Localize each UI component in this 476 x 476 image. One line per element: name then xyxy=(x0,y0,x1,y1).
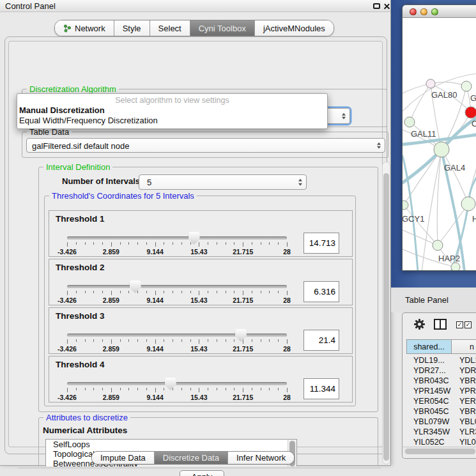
network-canvas[interactable]: GAL80GACGAL11GAL4GCY1HHAP2 xyxy=(403,18,476,271)
network-edge xyxy=(410,84,431,122)
network-node[interactable] xyxy=(461,81,472,91)
attribute-list-item[interactable]: SelfLoops xyxy=(46,440,296,449)
slider-tick-label: 9.144 xyxy=(136,248,174,256)
slider-tick xyxy=(155,388,156,392)
number-of-intervals-combobox[interactable]: 5 xyxy=(139,174,307,190)
slider-tick xyxy=(67,339,68,344)
slider-tick-label: -3.426 xyxy=(48,394,86,401)
network-node[interactable] xyxy=(426,79,435,88)
table-row[interactable]: YBR045CYBR0 xyxy=(406,407,476,417)
network-edge xyxy=(437,150,441,245)
slider-tick xyxy=(217,339,217,342)
screen: Control Panel NetworkStyleSelectCyni Too… xyxy=(0,0,476,476)
tab-select[interactable]: Select xyxy=(150,20,190,36)
scrollbar-thumb[interactable] xyxy=(383,173,389,461)
slider-track[interactable] xyxy=(67,334,287,337)
minimize-traffic-light[interactable] xyxy=(420,8,427,15)
tab-label: Style xyxy=(123,24,141,33)
slider-tick xyxy=(102,242,103,245)
slider-tick-label: 15.43 xyxy=(180,394,218,401)
cell-name: YBR0 xyxy=(459,407,476,416)
table-row[interactable]: YBL079WYBL0 xyxy=(406,417,476,427)
threshold-value-input[interactable] xyxy=(303,378,339,399)
table-row[interactable]: YBR043CYBR0 xyxy=(406,376,476,387)
network-node[interactable] xyxy=(403,201,408,210)
table-row[interactable]: YDR27...YDR2 xyxy=(406,366,476,376)
checkbox-checked-icon[interactable]: ✓ xyxy=(456,321,463,328)
slider-tick xyxy=(261,339,261,342)
slider-tick xyxy=(76,388,77,390)
slider-track[interactable] xyxy=(67,236,287,240)
slider-track[interactable] xyxy=(67,285,287,288)
table-horizontal-scrollbar[interactable] xyxy=(403,447,476,454)
tab-label: Discretize Data xyxy=(163,453,219,463)
close-icon[interactable] xyxy=(383,3,390,10)
control-panel-window: Control Panel NetworkStyleSelectCyni Too… xyxy=(0,0,391,466)
column-header-n[interactable]: n xyxy=(452,339,476,354)
slider-tick-label: 15.43 xyxy=(180,345,218,353)
threshold-label: Threshold 3 xyxy=(56,311,105,321)
slider-thumb[interactable] xyxy=(130,280,141,293)
slider-tick xyxy=(190,388,191,390)
network-node[interactable] xyxy=(461,197,475,211)
table-panel-title: Table Panel xyxy=(405,295,449,305)
tab-network[interactable]: Network xyxy=(55,20,114,36)
tab-cyni-toolbox[interactable]: Cyni Toolbox xyxy=(190,20,255,36)
dropdown-hint: Select algorithm to view settings xyxy=(17,94,327,105)
float-window-icon[interactable] xyxy=(373,3,380,9)
algorithm-option[interactable]: Manual Discretization xyxy=(17,105,327,116)
tab-impute-data[interactable]: Impute Data xyxy=(92,452,155,464)
apply-button[interactable]: Apply xyxy=(180,470,224,476)
table-body: YDL19...YDL1YDR27...YDR2YBR043CYBR0YPR14… xyxy=(406,356,476,446)
slider-tick-label: 21.715 xyxy=(224,345,262,353)
column-header-shared-[interactable]: shared... xyxy=(406,339,452,354)
network-node[interactable] xyxy=(451,263,460,271)
network-node[interactable] xyxy=(434,142,449,157)
slider-tick-label: 9.144 xyxy=(136,345,174,353)
slider-tick xyxy=(173,339,173,342)
slider-thumb[interactable] xyxy=(235,329,247,342)
close-traffic-light[interactable] xyxy=(410,8,417,15)
slider-tick-label: 2.859 xyxy=(92,296,130,304)
table-row[interactable]: YPR145WYPR1 xyxy=(406,387,476,397)
gear-icon[interactable] xyxy=(413,318,426,330)
slider-tick-label: 2.859 xyxy=(92,345,130,353)
threshold-value-input[interactable] xyxy=(303,281,339,302)
table-data-combobox[interactable]: galFiltered.sif default node xyxy=(26,138,385,153)
threshold-value-input[interactable] xyxy=(303,233,339,254)
slider-tick xyxy=(67,242,68,247)
slider-thumb[interactable] xyxy=(165,378,176,390)
slider-tick xyxy=(67,388,68,392)
panel-scrollbar[interactable] xyxy=(382,162,390,464)
slider-tick xyxy=(111,388,112,392)
top-tab-bar: NetworkStyleSelectCyni ToolboxjActiveMNo… xyxy=(54,20,334,36)
combobox-value: 5 xyxy=(147,178,151,187)
network-node[interactable] xyxy=(404,117,415,127)
network-node[interactable] xyxy=(465,107,476,118)
checkbox-checked-icon[interactable]: ✓ xyxy=(464,321,472,328)
algorithm-option[interactable]: Equal Width/Frequency Discretization xyxy=(17,116,327,126)
slider-track[interactable] xyxy=(67,382,287,385)
tab-jactivemnodules[interactable]: jActiveMNodules xyxy=(255,20,334,36)
slider-tick xyxy=(252,339,252,342)
tab-style[interactable]: Style xyxy=(114,20,150,36)
tab-infer-network[interactable]: Infer Network xyxy=(228,452,294,464)
table-row[interactable]: YER054CYER0 xyxy=(406,397,476,407)
stepper-icon xyxy=(342,112,346,119)
table-row[interactable]: YIL052CYIL0 xyxy=(406,438,476,446)
cell-name: YBL0 xyxy=(459,417,476,426)
scrollbar-thumb[interactable] xyxy=(405,449,475,454)
network-node[interactable] xyxy=(433,240,443,250)
table-row[interactable]: YDL19...YDL1 xyxy=(406,356,476,366)
zoom-traffic-light[interactable] xyxy=(431,8,438,15)
slider-tick xyxy=(137,242,138,245)
split-columns-icon[interactable] xyxy=(434,319,447,330)
slider-tick xyxy=(85,242,86,245)
tab-discretize-data[interactable]: Discretize Data xyxy=(155,452,228,464)
table-row[interactable]: YLR345WYLR3 xyxy=(406,427,476,438)
node-label: C xyxy=(472,119,476,128)
slider-tick xyxy=(102,291,103,293)
node-label: GA xyxy=(470,93,476,103)
threshold-value-input[interactable] xyxy=(303,330,339,351)
network-view-window: GAL80GACGAL11GAL4GCY1HHAP2 xyxy=(402,4,476,271)
